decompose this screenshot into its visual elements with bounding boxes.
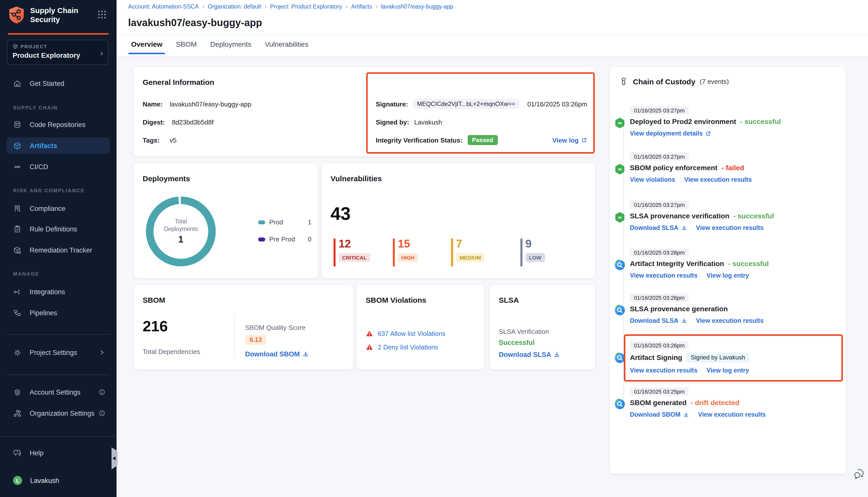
deployments-card: Deployments Total Deployments 1 Prod 1 P… xyxy=(134,163,318,278)
download-slsa-link[interactable]: Download SLSA xyxy=(630,317,687,324)
legend-item-pre-prod: Pre Prod 0 xyxy=(258,236,311,243)
tab-deployments[interactable]: Deployments xyxy=(210,40,251,54)
tab-overview[interactable]: Overview xyxy=(131,40,163,54)
view-execution-results-link[interactable]: View execution results xyxy=(696,317,764,324)
breadcrumb-artifacts[interactable]: Artifacts xyxy=(351,3,372,10)
sidebar-item-organization-settings[interactable]: Organization Settings xyxy=(0,407,116,420)
sidebar-item-code-repositories[interactable]: Code Repositories xyxy=(0,118,116,131)
sbom-violations-card: SBOM Violations 637 Allow list Violation… xyxy=(356,285,484,369)
sidebar-section-supply-chain: SUPPLY CHAIN xyxy=(13,105,58,111)
app-switcher-grid-icon[interactable] xyxy=(97,10,107,19)
breadcrumb-organization[interactable]: Organization: default xyxy=(208,3,261,10)
info-icon[interactable] xyxy=(98,388,106,396)
severity-low: 9 LOW xyxy=(520,239,545,262)
allow-list-violations-link[interactable]: 637 Allow list Violations xyxy=(378,330,446,337)
signature-timestamp: 01/16/2025 03:26pm xyxy=(527,100,587,108)
view-violations-link[interactable]: View violations xyxy=(630,176,675,183)
sidebar-item-account-settings[interactable]: Account Settings xyxy=(0,386,116,399)
breadcrumb-current[interactable]: lavakush07/easy-buggy-app xyxy=(381,3,453,10)
coc-event-slsa-generation: 01/16/2025 03:26pm SLSA provenance gener… xyxy=(619,293,839,324)
sidebar-item-remediation-tracker[interactable]: Remediation Tracker xyxy=(0,243,116,257)
view-execution-results-link[interactable]: View execution results xyxy=(630,272,698,279)
info-icon[interactable] xyxy=(98,410,106,417)
sidebar-item-label: Artifacts xyxy=(30,142,57,150)
view-execution-results-link[interactable]: View execution results xyxy=(630,367,698,374)
severity-bar xyxy=(451,239,453,267)
view-deployment-details-link[interactable]: View deployment details xyxy=(630,130,711,137)
view-log-entry-link[interactable]: View log entry xyxy=(706,367,749,374)
sidebar-item-rule-definitions[interactable]: Rule Definitions xyxy=(0,223,116,236)
sidebar-item-integrations[interactable]: Integrations xyxy=(0,285,116,298)
legend-value: 0 xyxy=(308,236,311,243)
breadcrumb-account[interactable]: Account: Automation-SSCA xyxy=(128,3,199,10)
user-name: Lavakush xyxy=(30,477,59,484)
warning-triangle-icon xyxy=(366,330,373,337)
event-timestamp: 01/16/2025 03:27pm xyxy=(630,153,689,161)
total-vulnerabilities-value: 43 xyxy=(331,203,351,224)
event-status: - successful xyxy=(728,259,769,268)
sidebar-item-label: Project Settings xyxy=(30,349,77,356)
sidebar-collapse-handle[interactable] xyxy=(112,447,117,469)
download-icon xyxy=(683,412,689,418)
sbom-quality-score-value: 6.13 xyxy=(245,335,266,345)
event-title: SBOM policy enforcement xyxy=(630,164,717,172)
view-execution-results-link[interactable]: View execution results xyxy=(698,411,766,418)
warning-triangle-icon xyxy=(366,343,373,351)
sidebar-item-help[interactable]: ? Help xyxy=(0,446,116,459)
severity-label: CRITICAL xyxy=(338,253,370,262)
tab-vulnerabilities[interactable]: Vulnerabilities xyxy=(265,40,308,54)
download-icon xyxy=(554,351,560,358)
card-title: Vulnerabilities xyxy=(331,174,382,183)
sidebar-item-cicd[interactable]: CI/CD xyxy=(0,160,116,173)
deny-list-violations-link[interactable]: 2 Deny list Violations xyxy=(378,343,438,351)
pipeline-hexagon-icon: ∞ xyxy=(614,164,625,175)
project-name: Product Exploratory xyxy=(13,51,103,59)
chevron-right-icon xyxy=(98,349,106,356)
sidebar-item-pipelines[interactable]: Pipelines xyxy=(0,306,116,319)
card-title: Deployments xyxy=(143,174,190,183)
severity-bar xyxy=(334,239,335,267)
app-logo-shield-icon xyxy=(8,5,25,25)
vulnerabilities-card: Vulnerabilities 43 12 CRITICAL 15 HIGH 7… xyxy=(321,163,595,278)
chat-support-icon[interactable] xyxy=(853,468,866,480)
ssca-scan-icon xyxy=(614,259,625,271)
artifact-name-value: lavakush07/easy-buggy-app xyxy=(170,100,251,108)
view-log-link[interactable]: View log xyxy=(552,136,587,144)
download-sbom-link[interactable]: Download SBOM xyxy=(630,411,689,418)
breadcrumb-project[interactable]: Project: Product Exploratory xyxy=(270,3,342,10)
sidebar-item-get-started[interactable]: Get Started xyxy=(0,77,116,90)
document-search-icon xyxy=(13,204,22,213)
project-cube-icon xyxy=(13,44,18,49)
event-status: - successful xyxy=(740,117,781,126)
download-slsa-link[interactable]: Download SLSA xyxy=(630,224,687,231)
pipelines-icon xyxy=(13,309,22,317)
vertical-divider xyxy=(234,314,235,358)
view-log-entry-link[interactable]: View log entry xyxy=(706,272,749,279)
gear-icon xyxy=(13,348,22,357)
name-label: Name: xyxy=(143,100,163,108)
tab-sbom[interactable]: SBOM xyxy=(176,40,197,54)
sbom-card: SBOM 216 Total Dependencies SBOM Quality… xyxy=(134,285,353,369)
view-execution-results-link[interactable]: View execution results xyxy=(684,176,752,183)
donut-center-label: Total Deployments 1 xyxy=(146,196,216,267)
severity-medium: 7 MEDIUM xyxy=(451,239,485,262)
page-header: Account: Automation-SSCA › Organization:… xyxy=(116,0,868,57)
project-selector[interactable]: PROJECT Product Exploratory › xyxy=(7,40,109,65)
event-status: - failed xyxy=(722,164,744,172)
severity-label: HIGH xyxy=(398,253,418,262)
event-title: SLSA provenance generation xyxy=(630,305,728,313)
view-execution-results-link[interactable]: View execution results xyxy=(696,224,764,231)
digest-value: 8d23bd3b5d8f xyxy=(172,118,213,126)
download-slsa-link[interactable]: Download SLSA xyxy=(499,351,560,358)
external-link-icon xyxy=(581,137,587,143)
sidebar-item-label: Compliance xyxy=(30,204,66,212)
coc-event-artifact-signing: 01/16/2025 03:26pm Artifact Signing Sign… xyxy=(619,340,839,374)
download-sbom-link[interactable]: Download SBOM xyxy=(245,351,309,358)
sidebar-item-artifacts[interactable]: Artifacts xyxy=(6,138,110,154)
user-menu[interactable]: L Lavakush xyxy=(0,474,116,487)
signature-value: MEQCICde2VjIT...bL+2+mqnOXw== xyxy=(413,99,519,109)
sidebar-item-compliance[interactable]: Compliance xyxy=(0,202,116,215)
layers-gear-icon xyxy=(13,388,22,396)
sidebar-item-project-settings[interactable]: Project Settings xyxy=(0,346,116,359)
coc-event-sbom-policy: ∞ 01/16/2025 03:27pm SBOM policy enforce… xyxy=(619,152,839,183)
